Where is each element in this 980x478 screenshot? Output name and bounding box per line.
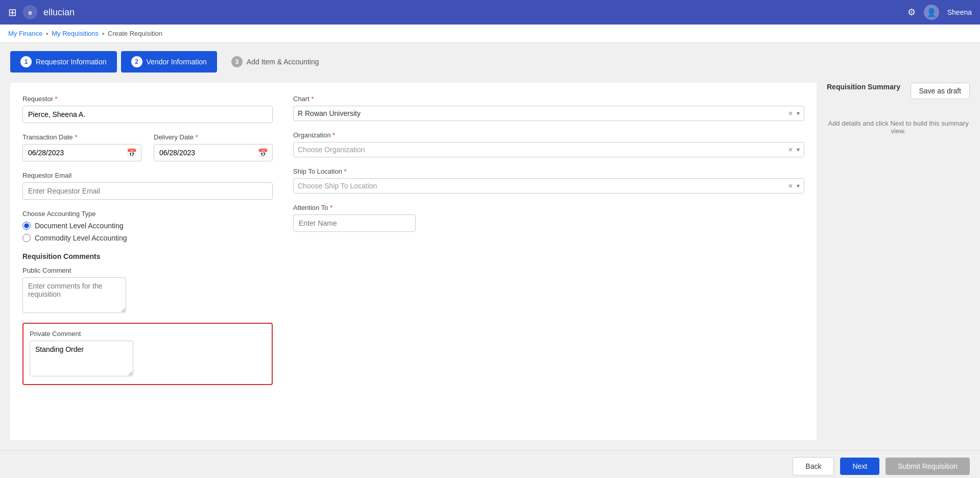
chart-clear-icon[interactable]: × [788, 109, 793, 117]
next-button[interactable]: Next [840, 458, 879, 475]
delivery-date-input[interactable] [154, 145, 254, 161]
step-3-number: 3 [231, 56, 243, 67]
gear-icon[interactable]: ⚙ [907, 7, 916, 18]
transaction-date-wrapper[interactable]: 📅 [22, 144, 141, 161]
col-left: Requestor * Transaction Date * [22, 95, 273, 385]
chart-value: R Rowan University [298, 109, 786, 117]
summary-top-row: Requisition Summary Save as draft [827, 83, 970, 99]
requestor-label: Requestor * [22, 95, 273, 103]
stepper-bar: 1 Requestor Information 2 Vendor Informa… [0, 43, 980, 73]
delivery-date-group: Delivery Date * 📅 [154, 133, 273, 161]
breadcrumb-sep-1: ● [45, 31, 49, 36]
email-label: Requestor Email [22, 172, 273, 179]
organization-group: Organization * Choose Organization × ▾ [293, 131, 804, 157]
radio-commodity-level-label: Commodity Level Accounting [35, 234, 127, 242]
radio-commodity-level-input[interactable] [22, 234, 31, 242]
back-button[interactable]: Back [793, 457, 834, 475]
email-group: Requestor Email [22, 172, 273, 200]
username: Sheena [947, 8, 972, 16]
private-comment-textarea[interactable]: Standing Order [30, 341, 133, 376]
grid-icon[interactable]: ⊞ [8, 6, 17, 18]
delivery-date-wrapper[interactable]: 📅 [154, 144, 273, 161]
ship-to-label: Ship To Location * [293, 168, 804, 175]
requestor-input[interactable] [22, 106, 273, 123]
chart-arrow-icon[interactable]: ▾ [797, 110, 800, 117]
accounting-type-radio-group: Document Level Accounting Commodity Leve… [22, 222, 273, 242]
organization-required: * [332, 131, 335, 139]
chart-label: Chart * [293, 95, 804, 103]
requestor-required: * [55, 95, 58, 103]
ellucian-logo: e [23, 5, 37, 19]
ship-to-arrow-icon[interactable]: ▾ [797, 182, 800, 189]
app-name: ellucian [43, 7, 75, 18]
main-container: 1 Requestor Information 2 Vendor Informa… [0, 43, 980, 478]
attention-to-input[interactable] [293, 214, 416, 232]
transaction-date-input[interactable] [23, 145, 123, 161]
step-2-number: 2 [131, 56, 142, 67]
attention-to-group: Attention To * [293, 204, 804, 232]
summary-hint: Add details and click Next to build this… [827, 119, 970, 135]
ship-to-required: * [344, 168, 347, 175]
step-1-number: 1 [20, 56, 32, 67]
breadcrumb-my-requisitions[interactable]: My Requisitions [52, 30, 99, 37]
ship-to-clear-icon[interactable]: × [788, 182, 793, 190]
radio-commodity-level[interactable]: Commodity Level Accounting [22, 234, 273, 242]
delivery-date-calendar-icon[interactable]: 📅 [254, 145, 272, 161]
breadcrumb: My Finance ● My Requisitions ● Create Re… [0, 25, 980, 43]
organization-label: Organization * [293, 131, 804, 139]
public-comment-block: Public Comment [22, 267, 273, 315]
ship-to-placeholder: Choose Ship To Location [298, 182, 786, 190]
summary-panel: Requisition Summary Save as draft Add de… [827, 83, 970, 440]
step-1-button[interactable]: 1 Requestor Information [10, 51, 117, 73]
breadcrumb-my-finance[interactable]: My Finance [8, 30, 42, 37]
radio-document-level-input[interactable] [22, 222, 31, 230]
ship-to-select[interactable]: Choose Ship To Location × ▾ [293, 178, 804, 194]
dates-row: Transaction Date * 📅 Delivery Date [22, 133, 273, 161]
submit-button[interactable]: Submit Requisition [886, 458, 970, 475]
attention-to-required: * [330, 204, 332, 211]
ship-to-group: Ship To Location * Choose Ship To Locati… [293, 168, 804, 194]
email-input[interactable] [22, 182, 273, 200]
step-3-label: Add Item & Accounting [247, 58, 319, 66]
user-avatar[interactable]: 👤 [924, 5, 939, 20]
delivery-date-label: Delivery Date * [154, 133, 273, 141]
delivery-date-required: * [196, 133, 198, 141]
organization-placeholder: Choose Organization [298, 146, 786, 154]
requestor-group: Requestor * [22, 95, 273, 123]
accounting-type-section: Choose Accounting Type Document Level Ac… [22, 210, 273, 242]
content-area: Requestor * Transaction Date * [0, 73, 980, 450]
comments-section-title: Requisition Comments [22, 252, 273, 260]
breadcrumb-create-requisition: Create Requisition [108, 30, 162, 37]
transaction-date-required: * [75, 133, 77, 141]
topbar: ⊞ e ellucian ⚙ 👤 Sheena [0, 0, 980, 25]
chart-group: Chart * R Rowan University × ▾ [293, 95, 804, 121]
radio-document-level-label: Document Level Accounting [35, 222, 124, 230]
organization-clear-icon[interactable]: × [788, 146, 793, 154]
form-panel: Requestor * Transaction Date * [10, 83, 817, 440]
private-comment-box: Private Comment Standing Order [22, 323, 273, 385]
step-2-button[interactable]: 2 Vendor Information [121, 51, 217, 73]
private-comment-label: Private Comment [30, 330, 266, 338]
attention-to-label: Attention To * [293, 204, 804, 211]
step-1-label: Requestor Information [36, 58, 107, 66]
radio-document-level[interactable]: Document Level Accounting [22, 222, 273, 230]
transaction-date-label: Transaction Date * [22, 133, 141, 141]
comments-section: Requisition Comments Public Comment Priv… [22, 252, 273, 385]
save-draft-button[interactable]: Save as draft [911, 83, 970, 99]
organization-arrow-icon[interactable]: ▾ [797, 146, 800, 153]
breadcrumb-sep-2: ● [102, 31, 105, 36]
transaction-date-group: Transaction Date * 📅 [22, 133, 141, 161]
public-comment-textarea[interactable] [22, 277, 126, 313]
chart-required: * [311, 95, 314, 103]
chart-select[interactable]: R Rowan University × ▾ [293, 106, 804, 121]
step-3-button[interactable]: 3 Add Item & Accounting [221, 51, 329, 73]
public-comment-label: Public Comment [22, 267, 273, 274]
organization-select[interactable]: Choose Organization × ▾ [293, 142, 804, 157]
summary-title: Requisition Summary [827, 83, 900, 91]
step-2-label: Vendor Information [147, 58, 207, 66]
transaction-date-calendar-icon[interactable]: 📅 [123, 145, 141, 161]
col-right: Chart * R Rowan University × ▾ Organizat… [293, 95, 804, 385]
accounting-type-label: Choose Accounting Type [22, 210, 273, 218]
bottom-action-bar: Back Next Submit Requisition [0, 450, 980, 478]
